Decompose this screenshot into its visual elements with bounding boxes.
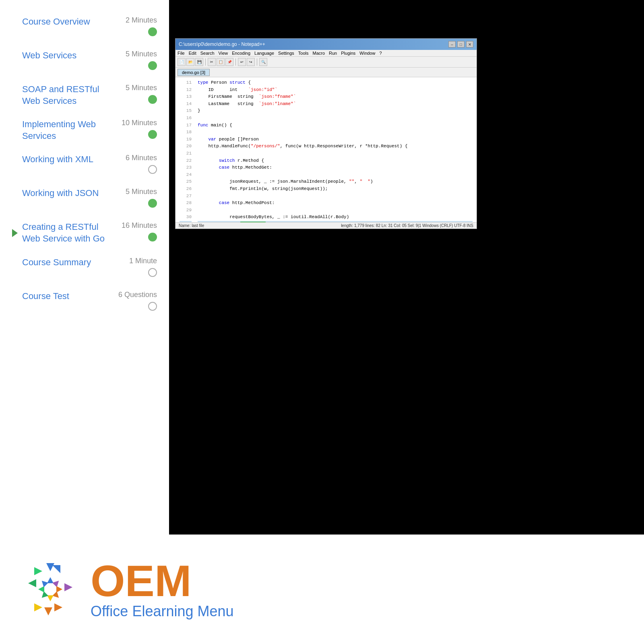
menu-encoding[interactable]: Encoding: [232, 51, 250, 56]
statusbar-right: length: 1,779 lines: 82 Ln: 31 Col: 05 S…: [341, 223, 473, 228]
content-area: Course Overview 2 Minutes Web Services 5…: [0, 0, 644, 535]
toolbar-redo[interactable]: ↪: [247, 58, 255, 66]
menu-run[interactable]: Run: [329, 51, 337, 56]
svg-marker-7: [34, 567, 42, 575]
page-container: Course Overview 2 Minutes Web Services 5…: [0, 0, 644, 644]
toolbar-copy[interactable]: 📋: [217, 58, 225, 66]
statusbar-left: Name: last file: [179, 223, 204, 228]
svg-marker-5: [34, 603, 42, 611]
menu-settings[interactable]: Settings: [278, 51, 294, 56]
sidebar-item-label: Web Services: [22, 50, 107, 62]
oem-logo-icon: [22, 561, 78, 617]
svg-marker-10: [56, 586, 62, 592]
menu-plugins[interactable]: Plugins: [341, 51, 355, 56]
notepad-titlebar: C:\users\p0\demo\demo.go - Notepad++ – □…: [175, 39, 477, 50]
toolbar-open[interactable]: 📂: [186, 58, 194, 66]
code-line: [198, 207, 473, 214]
menu-language[interactable]: Language: [254, 51, 274, 56]
menu-view[interactable]: View: [219, 51, 228, 56]
toolbar-undo[interactable]: ↩: [238, 58, 246, 66]
sidebar-item-json[interactable]: Working with JSON 5 Minutes: [22, 188, 157, 209]
sidebar-item-duration: 2 Minutes: [113, 16, 157, 25]
svg-marker-6: [28, 579, 36, 587]
sidebar: Course Overview 2 Minutes Web Services 5…: [0, 0, 169, 535]
svg-marker-1: [46, 563, 54, 571]
svg-marker-8: [47, 577, 54, 583]
notepad-code-area: 11 12 13 14 15 16 17 18 19 20 21 22: [175, 77, 477, 222]
sidebar-item-label: SOAP and RESTful Web Services: [22, 84, 107, 107]
toolbar-new[interactable]: 📄: [178, 58, 186, 66]
logo-text-area: OEM Office Elearning Menu: [91, 559, 234, 620]
sidebar-item-label: Course Overview: [22, 16, 107, 28]
notepad-menubar: File Edit Search View Encoding Language …: [175, 50, 477, 57]
menu-window[interactable]: Window: [359, 51, 375, 56]
sidebar-item-creating-restful[interactable]: Creating a RESTful Web Service with Go 1…: [22, 221, 157, 244]
sidebar-item-duration: 6 Questions: [113, 291, 157, 299]
menu-file[interactable]: File: [178, 51, 185, 56]
svg-marker-3: [54, 603, 62, 611]
menu-help[interactable]: ?: [379, 51, 382, 56]
toolbar-separator3: [257, 58, 257, 66]
minimize-button[interactable]: –: [448, 41, 456, 47]
sidebar-item-xml[interactable]: Working with XML 6 Minutes: [22, 154, 157, 175]
menu-tools[interactable]: Tools: [298, 51, 309, 56]
code-line-highlighted: var newPerson Person: [198, 221, 473, 222]
code-line: [198, 171, 473, 179]
svg-marker-12: [47, 595, 54, 601]
code-line: FirstName string `json:"fname"`: [198, 93, 473, 101]
menu-macro[interactable]: Macro: [312, 51, 325, 56]
progress-dot: [148, 233, 157, 242]
close-button[interactable]: ✕: [466, 41, 473, 47]
code-line: }: [198, 107, 473, 115]
sidebar-item-test[interactable]: Course Test 6 Questions: [22, 291, 157, 312]
sidebar-item-label: Course Test: [22, 291, 107, 302]
toolbar-find[interactable]: 🔍: [259, 58, 267, 66]
progress-dot: [148, 268, 157, 277]
code-line: requestBodyBytes, _ := ioutil.ReadAll(r.…: [198, 214, 473, 221]
code-content: type Person struct { ID int `json:"id"` …: [198, 79, 473, 220]
sidebar-item-duration: 5 Minutes: [113, 50, 157, 58]
svg-marker-11: [52, 591, 61, 600]
toolbar-cut[interactable]: ✂: [208, 58, 216, 66]
sidebar-item-label: Course Summary: [22, 257, 107, 268]
maximize-button[interactable]: □: [457, 41, 464, 47]
logo-brand: OEM: [91, 559, 234, 603]
video-area: C:\users\p0\demo\demo.go - Notepad++ – □…: [169, 0, 644, 535]
progress-dot: [148, 130, 157, 139]
code-line: [198, 150, 473, 157]
progress-dot: [148, 165, 157, 174]
logo-subtitle: Office Elearning Menu: [91, 603, 234, 620]
sidebar-item-duration: 16 Minutes: [113, 221, 157, 230]
sidebar-item-label: Working with JSON: [22, 188, 107, 199]
sidebar-item-soap-restful[interactable]: SOAP and RESTful Web Services 5 Minutes: [22, 84, 157, 107]
progress-dot: [148, 199, 157, 208]
svg-marker-4: [44, 607, 52, 615]
progress-dot: [148, 27, 157, 36]
notepad-tab-active[interactable]: demo.go [3]: [178, 69, 210, 76]
code-line: case http.MethodPost:: [198, 200, 473, 207]
sidebar-item-summary[interactable]: Course Summary 1 Minute: [22, 257, 157, 279]
notepad-tabs: demo.go [3]: [175, 68, 477, 77]
toolbar-paste[interactable]: 📌: [225, 58, 233, 66]
progress-dot: [148, 61, 157, 70]
sidebar-item-course-overview[interactable]: Course Overview 2 Minutes: [22, 16, 157, 38]
logo-area: OEM Office Elearning Menu: [0, 535, 644, 644]
toolbar-save[interactable]: 💾: [195, 58, 203, 66]
video-content: C:\users\p0\demo\demo.go - Notepad++ – □…: [169, 0, 644, 535]
code-line: [198, 193, 473, 200]
progress-dot: [148, 302, 157, 311]
menu-edit[interactable]: Edit: [189, 51, 196, 56]
code-line: type Person struct {: [198, 79, 473, 87]
svg-marker-15: [39, 578, 48, 587]
notepad-window: C:\users\p0\demo\demo.go - Notepad++ – □…: [175, 38, 477, 229]
svg-marker-13: [39, 591, 48, 600]
sidebar-item-label: Implementing Web Services: [22, 119, 107, 142]
sidebar-item-web-services[interactable]: Web Services 5 Minutes: [22, 50, 157, 72]
sidebar-item-implementing[interactable]: Implementing Web Services 10 Minutes: [22, 119, 157, 142]
svg-marker-14: [38, 586, 44, 592]
menu-search[interactable]: Search: [200, 51, 215, 56]
notepad-toolbar: 📄 📂 💾 ✂ 📋 📌 ↩ ↪ 🔍: [175, 57, 477, 68]
sidebar-item-label: Creating a RESTful Web Service with Go: [22, 221, 107, 244]
code-line: [198, 129, 473, 136]
code-line: case http.MethodGet:: [198, 164, 473, 171]
